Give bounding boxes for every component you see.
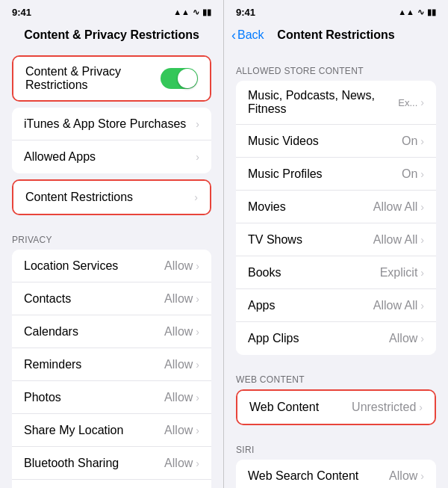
web-search-chevron: › (420, 470, 424, 482)
right-scroll[interactable]: ALLOWED STORE CONTENT Music, Podcasts, N… (224, 52, 448, 488)
privacy-restrictions-group: Content & Privacy Restrictions (12, 55, 211, 102)
apps-value: Allow All (373, 299, 418, 312)
nav-bar-right: ‹ Back Content Restrictions (224, 21, 448, 52)
battery-icon-right: ▮▮ (427, 7, 436, 17)
apps-chevron: › (420, 300, 424, 312)
microphone-row[interactable]: Microphone Allow › (12, 480, 211, 488)
status-time-right: 9:41 (236, 7, 255, 18)
nav-title-left: Content & Privacy Restrictions (24, 28, 199, 42)
left-panel: 9:41 ▲▲ ∿ ▮▮ Content & Privacy Restricti… (0, 0, 224, 488)
bluetooth-value: Allow (164, 457, 193, 470)
bluetooth-label: Bluetooth Sharing (24, 457, 164, 470)
calendars-row[interactable]: Calendars Allow › (12, 315, 211, 348)
web-content-label: Web Content (249, 401, 352, 414)
books-chevron: › (420, 267, 424, 279)
bluetooth-row[interactable]: Bluetooth Sharing Allow › (12, 447, 211, 480)
back-button[interactable]: ‹ Back (231, 28, 264, 42)
movies-value: Allow All (373, 200, 418, 214)
status-icons-right: ▲▲ ∿ ▮▮ (398, 7, 436, 17)
books-row[interactable]: Books Explicit › (236, 256, 436, 289)
back-label: Back (237, 28, 264, 42)
left-scroll[interactable]: Content & Privacy Restrictions iTunes & … (0, 52, 223, 488)
apps-label: Apps (248, 299, 373, 312)
wifi-icon: ∿ (193, 7, 199, 17)
allowed-apps-row[interactable]: Allowed Apps › (12, 140, 211, 173)
status-bar-left: 9:41 ▲▲ ∿ ▮▮ (0, 0, 223, 21)
signal-icon-right: ▲▲ (398, 7, 414, 16)
nav-title-right: Content Restrictions (277, 28, 394, 42)
music-videos-row[interactable]: Music Videos On › (236, 125, 436, 158)
privacy-section-header: PRIVACY (0, 221, 223, 250)
status-time-left: 9:41 (12, 7, 31, 18)
share-location-value: Allow (164, 424, 193, 437)
content-restrictions-label: Content Restrictions (25, 191, 194, 204)
location-label: Location Services (24, 259, 164, 273)
location-value: Allow (164, 259, 193, 273)
privacy-toggle[interactable] (161, 68, 198, 89)
bluetooth-chevron: › (196, 457, 199, 469)
books-label: Books (248, 266, 380, 279)
wifi-icon-right: ∿ (417, 7, 424, 17)
toggle-knob (178, 69, 197, 88)
web-content-group: Web Content Unrestricted › (236, 389, 436, 425)
music-videos-label: Music Videos (248, 135, 402, 148)
content-restrictions-chevron: › (194, 191, 198, 203)
app-clips-label: App Clips (248, 332, 389, 345)
music-profiles-chevron: › (420, 168, 424, 180)
contacts-label: Contacts (24, 292, 164, 306)
reminders-value: Allow (164, 358, 193, 371)
books-value: Explicit (380, 266, 418, 279)
tv-shows-row[interactable]: TV Shows Allow All › (236, 223, 436, 256)
apps-row[interactable]: Apps Allow All › (236, 289, 436, 322)
music-profiles-value: On (402, 167, 417, 181)
contacts-value: Allow (164, 292, 193, 306)
music-podcasts-label: Music, Podcasts, News, Fitness (248, 89, 398, 116)
contacts-row[interactable]: Contacts Allow › (12, 282, 211, 315)
web-search-value: Allow (389, 469, 417, 483)
siri-section-header: SIRI (224, 431, 448, 460)
content-restrictions-row[interactable]: Content Restrictions › (13, 181, 210, 214)
privacy-restrictions-label: Content & Privacy Restrictions (25, 65, 161, 92)
movies-chevron: › (420, 201, 424, 213)
location-chevron: › (196, 260, 199, 272)
status-bar-right: 9:41 ▲▲ ∿ ▮▮ (224, 0, 448, 21)
music-podcasts-value: Ex... (398, 97, 417, 108)
itunes-chevron: › (196, 118, 199, 130)
app-clips-row[interactable]: App Clips Allow › (236, 322, 436, 355)
music-podcasts-row[interactable]: Music, Podcasts, News, Fitness Ex... › (236, 81, 436, 125)
web-content-chevron: › (419, 401, 423, 413)
web-search-row[interactable]: Web Search Content Allow › (236, 460, 436, 488)
itunes-label: iTunes & App Store Purchases (24, 117, 196, 131)
app-clips-value: Allow (389, 332, 417, 345)
music-videos-chevron: › (420, 135, 424, 147)
calendars-value: Allow (164, 325, 193, 339)
share-location-row[interactable]: Share My Location Allow › (12, 414, 211, 447)
tv-shows-label: TV Shows (248, 233, 373, 247)
calendars-label: Calendars (24, 325, 164, 339)
movies-row[interactable]: Movies Allow All › (236, 191, 436, 223)
music-profiles-label: Music Profiles (248, 167, 402, 181)
tv-shows-chevron: › (420, 234, 424, 246)
photos-row[interactable]: Photos Allow › (12, 381, 211, 414)
itunes-row[interactable]: iTunes & App Store Purchases › (12, 108, 211, 140)
store-group: Music, Podcasts, News, Fitness Ex... › M… (236, 81, 436, 355)
right-panel: 9:41 ▲▲ ∿ ▮▮ ‹ Back Content Restrictions… (224, 0, 448, 488)
itunes-group: iTunes & App Store Purchases › Allowed A… (12, 108, 211, 173)
privacy-restrictions-row[interactable]: Content & Privacy Restrictions (13, 57, 210, 100)
web-content-row[interactable]: Web Content Unrestricted › (237, 391, 435, 424)
signal-icon: ▲▲ (173, 7, 190, 16)
web-search-label: Web Search Content (248, 469, 389, 483)
reminders-row[interactable]: Reminders Allow › (12, 348, 211, 381)
back-chevron-icon: ‹ (231, 28, 236, 42)
content-restrictions-group: Content Restrictions › (12, 179, 211, 215)
battery-icon: ▮▮ (202, 7, 211, 17)
reminders-label: Reminders (24, 358, 164, 371)
reminders-chevron: › (196, 359, 199, 371)
status-icons-left: ▲▲ ∿ ▮▮ (173, 7, 211, 17)
photos-value: Allow (164, 391, 193, 404)
app-clips-chevron: › (420, 333, 424, 345)
location-services-row[interactable]: Location Services Allow › (12, 250, 211, 282)
store-section-header: ALLOWED STORE CONTENT (224, 52, 448, 81)
music-profiles-row[interactable]: Music Profiles On › (236, 158, 436, 191)
contacts-chevron: › (196, 293, 199, 305)
